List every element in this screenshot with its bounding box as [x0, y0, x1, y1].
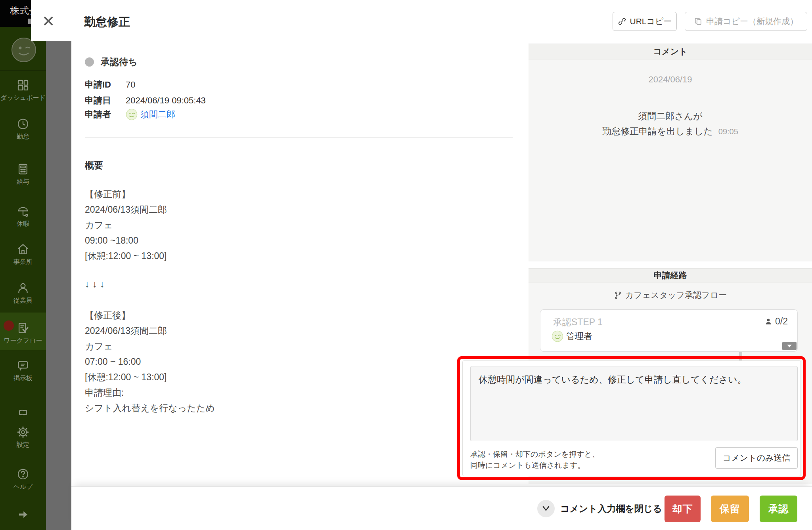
flag-icon	[16, 407, 30, 418]
summary-before-text: 【修正前】 2024/06/13須間二郎 カフェ 09:00 ~18:00 [休…	[85, 187, 167, 264]
field-value: 70	[126, 80, 135, 90]
send-comment-only-button[interactable]: コメントのみ送信	[715, 447, 798, 469]
dashboard-icon	[16, 78, 30, 92]
approver-avatar	[552, 330, 563, 342]
summary-heading: 概要	[85, 159, 103, 172]
step-label: 承認STEP 1	[553, 316, 603, 328]
status-badge: 承認待ち	[101, 56, 138, 68]
status-row: 承認待ち	[85, 56, 138, 68]
comment-note: 承認・保留・却下のボタンを押すと、 同時にコメントも送信されます。	[470, 449, 599, 471]
comment-input-container: 休憩時間が間違っているため、修正して申請し直してください。 承認・保留・却下のボ…	[462, 360, 801, 476]
comment-note-line1: 承認・保留・却下のボタンを押すと、	[470, 449, 599, 460]
sidebar-item-leave[interactable]: 休暇	[0, 204, 46, 228]
sidebar-item-label: ヘルプ	[13, 483, 33, 491]
sidebar-item-label: 給与	[17, 178, 29, 186]
sidebar-item-settings[interactable]: 設定	[0, 425, 46, 449]
sidebar-item-workflow[interactable]: ワークフロー	[0, 313, 46, 350]
comment-message-line1: 須間二郎さんが	[529, 110, 812, 122]
arrow-right-icon	[17, 509, 29, 520]
close-button[interactable]	[31, 0, 71, 41]
comment-panel: コメント 2024/06/19 須間二郎さんが 勤怠修正申請を出しました09:0…	[529, 44, 812, 261]
section-divider	[85, 137, 513, 138]
collapse-comment-label: コメント入力欄を閉じる	[560, 503, 662, 515]
flow-name: カフェスタッフ承認フロー	[625, 290, 727, 301]
status-dot	[85, 57, 94, 67]
copy-request-label: 申請コピー（新規作成）	[706, 16, 798, 27]
page-title: 勤怠修正	[84, 14, 130, 30]
step-approver-count: 0/2	[764, 316, 788, 327]
hold-button[interactable]: 保留	[711, 496, 749, 522]
sidebar-collapse-toggle[interactable]	[0, 509, 46, 520]
url-copy-label: URLコピー	[630, 16, 672, 27]
collapse-comment-button[interactable]	[537, 500, 555, 517]
url-copy-button[interactable]: URLコピー	[613, 12, 677, 31]
field-request-date: 申請日 2024/06/19 09:05:43	[85, 95, 206, 107]
comment-textarea[interactable]: 休憩時間が間違っているため、修正して申請し直してください。	[470, 366, 798, 441]
sidebar-item-label: 掲示板	[13, 374, 33, 383]
sidebar-item-dashboard[interactable]: ダッシュボード	[0, 78, 46, 102]
approve-button[interactable]: 承認	[760, 496, 797, 522]
summary-after-text: 【修正後】 2024/06/13須間二郎 カフェ 07:00 ~ 16:00 […	[85, 308, 215, 416]
person-count-icon	[764, 318, 772, 326]
sidebar-item-partial[interactable]	[0, 407, 46, 418]
sidebar-item-payroll[interactable]: 給与	[0, 162, 46, 186]
field-value: 2024/06/19 09:05:43	[126, 95, 206, 106]
link-icon	[618, 17, 626, 26]
sidebar-item-label: 休暇	[17, 220, 29, 228]
comment-note-line2: 同時にコメントも送信されます。	[470, 460, 599, 471]
sidebar-item-label: 勤怠	[17, 133, 29, 141]
sidebar-item-label: ダッシュボード	[0, 94, 46, 102]
approval-step-card: 承認STEP 1 0/2 管理者	[540, 309, 798, 352]
sidebar-item-employees[interactable]: 従業員	[0, 281, 46, 305]
step-expand-button[interactable]	[782, 342, 797, 350]
comment-message-text: 勤怠修正申請を出しました	[602, 126, 713, 136]
notification-dot	[4, 320, 14, 331]
workflow-icon	[16, 321, 30, 335]
close-icon	[42, 15, 54, 27]
step-count-value: 0/2	[775, 316, 788, 327]
flow-name-row: カフェスタッフ承認フロー	[529, 290, 812, 301]
modal-backdrop	[46, 0, 71, 530]
gear-icon	[16, 425, 30, 439]
comment-date: 2024/06/19	[529, 74, 812, 85]
footer-action-bar: コメント入力欄を閉じる 却下 保留 承認	[71, 486, 812, 530]
clock-icon	[16, 117, 30, 131]
comment-panel-header: コメント	[529, 44, 812, 59]
field-label: 申請日	[85, 95, 126, 107]
chevron-down-icon	[541, 505, 551, 513]
field-label: 申請ID	[85, 79, 126, 91]
field-request-id: 申請ID 70	[85, 79, 135, 91]
applicant-link[interactable]: 須間二郎	[140, 109, 175, 120]
calculator-icon	[16, 162, 30, 176]
approver-name: 管理者	[566, 330, 592, 342]
sidebar: 株式会 ダッシュボード 勤怠 給与 休暇 事業所 従業員 ワークフロー 掲示板	[0, 0, 46, 530]
sidebar-item-help[interactable]: ヘルプ	[0, 467, 46, 491]
sidebar-item-label: 事業所	[13, 258, 33, 266]
home-icon	[16, 242, 30, 256]
field-label: 申請者	[85, 109, 126, 120]
sidebar-item-board[interactable]: 掲示板	[0, 359, 46, 383]
reject-button[interactable]: 却下	[665, 496, 701, 522]
sidebar-item-attendance[interactable]: 勤怠	[0, 117, 46, 141]
applicant-avatar	[126, 109, 138, 120]
user-avatar[interactable]	[11, 37, 36, 63]
beach-umbrella-icon	[16, 204, 30, 218]
copy-request-button[interactable]: 申請コピー（新規作成）	[685, 12, 807, 31]
comment-message-line2: 勤怠修正申請を出しました09:05	[529, 125, 812, 137]
sidebar-item-label: 従業員	[13, 297, 33, 305]
chevron-down-icon	[787, 345, 792, 347]
flow-connector	[739, 352, 742, 356]
field-applicant: 申請者 須間二郎	[85, 109, 175, 120]
summary-arrows: ↓↓↓	[85, 278, 107, 290]
route-panel-header: 申請経路	[529, 268, 812, 282]
branch-icon	[614, 291, 622, 299]
sidebar-item-office[interactable]: 事業所	[0, 242, 46, 266]
speech-bubble-icon	[16, 359, 30, 372]
help-icon	[16, 467, 30, 481]
copy-icon	[694, 17, 703, 26]
comment-time: 09:05	[718, 127, 738, 136]
sidebar-item-label: ワークフロー	[4, 337, 42, 345]
request-detail-modal: 勤怠修正 URLコピー 申請コピー（新規作成） 承認待ち 申請ID 70 申請日…	[71, 0, 812, 530]
person-icon	[16, 281, 30, 295]
sidebar-divider	[0, 70, 46, 71]
